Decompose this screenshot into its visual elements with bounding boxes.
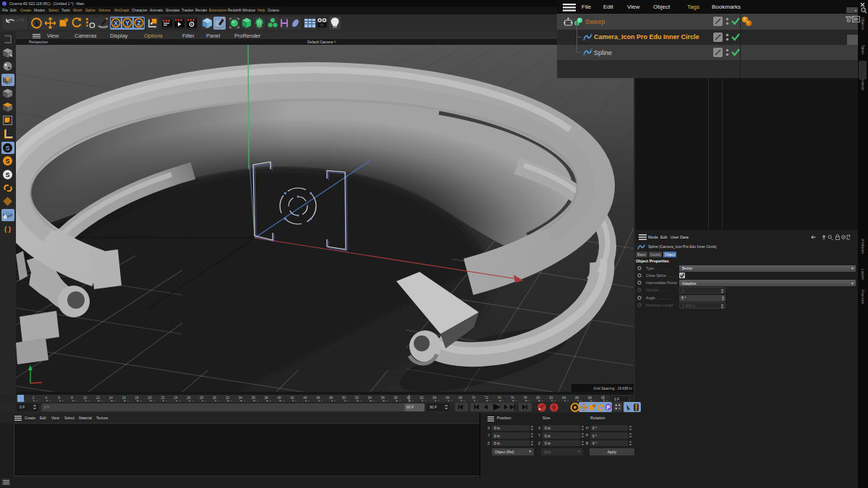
svg-text:P: P [607, 405, 610, 410]
svg-text:S: S [5, 171, 9, 179]
svg-text:Z: Z [137, 20, 140, 27]
svg-text:S: S [5, 144, 9, 151]
svg-text:Y: Y [125, 20, 129, 27]
svg-text:(): () [4, 226, 12, 234]
svg-text:S: S [5, 158, 9, 165]
svg-text:X: X [114, 20, 118, 27]
